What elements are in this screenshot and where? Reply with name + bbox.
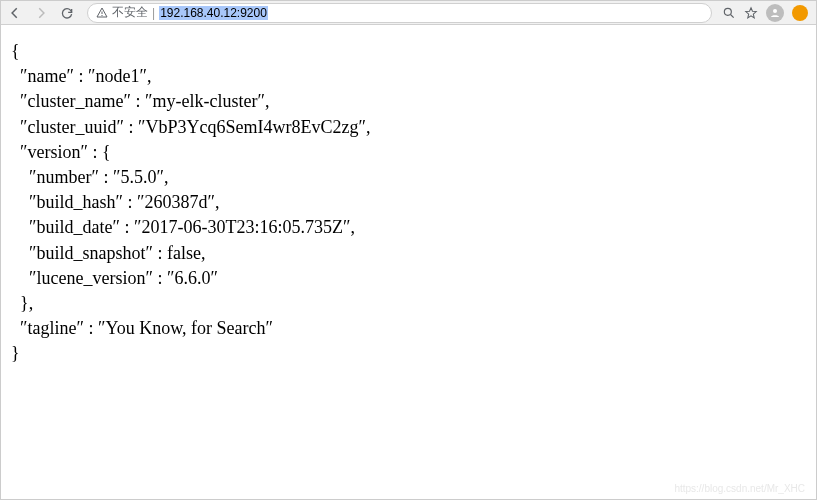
forward-button[interactable]: [31, 3, 51, 23]
url-text: 192.168.40.12:9200: [159, 6, 268, 20]
json-value: VbP3Ycq6SemI4wr8EvC2zg: [145, 117, 358, 137]
json-key: version: [28, 142, 81, 162]
insecure-label: 不安全: [112, 4, 148, 21]
star-icon[interactable]: [744, 6, 758, 20]
notification-badge[interactable]: [792, 5, 808, 21]
insecure-icon: [96, 7, 108, 19]
watermark: https://blog.csdn.net/Mr_XHC: [674, 483, 805, 494]
browser-toolbar: 不安全 | 192.168.40.12:9200: [1, 1, 816, 25]
json-key: build_date: [37, 217, 113, 237]
json-key: build_hash: [37, 192, 116, 212]
zoom-icon[interactable]: [722, 6, 736, 20]
svg-rect-0: [102, 11, 103, 14]
json-value: 2017-06-30T23:16:05.735Z: [141, 217, 342, 237]
json-key: build_snapshot: [37, 243, 146, 263]
json-value: node1: [95, 66, 139, 86]
address-bar[interactable]: 不安全 | 192.168.40.12:9200: [87, 3, 712, 23]
json-key: tagline: [28, 318, 77, 338]
json-key: cluster_uuid: [28, 117, 117, 137]
reload-button[interactable]: [57, 3, 77, 23]
json-value: false: [167, 243, 201, 263]
json-value: You Know, for Search: [105, 318, 265, 338]
json-value: 260387d: [145, 192, 208, 212]
address-divider: |: [152, 6, 155, 20]
response-body: { ″name″ : ″node1″, ″cluster_name″ : ″my…: [1, 25, 816, 380]
svg-point-2: [724, 8, 731, 15]
json-key: cluster_name: [28, 91, 124, 111]
toolbar-right: [722, 4, 812, 22]
json-key: number: [37, 167, 92, 187]
svg-rect-1: [102, 15, 103, 16]
json-key: name: [28, 66, 67, 86]
json-value: my-elk-cluster: [152, 91, 257, 111]
profile-avatar[interactable]: [766, 4, 784, 22]
back-button[interactable]: [5, 3, 25, 23]
json-key: lucene_version: [37, 268, 146, 288]
json-value: 6.6.0: [174, 268, 210, 288]
svg-point-3: [773, 9, 777, 13]
json-value: 5.5.0: [120, 167, 156, 187]
